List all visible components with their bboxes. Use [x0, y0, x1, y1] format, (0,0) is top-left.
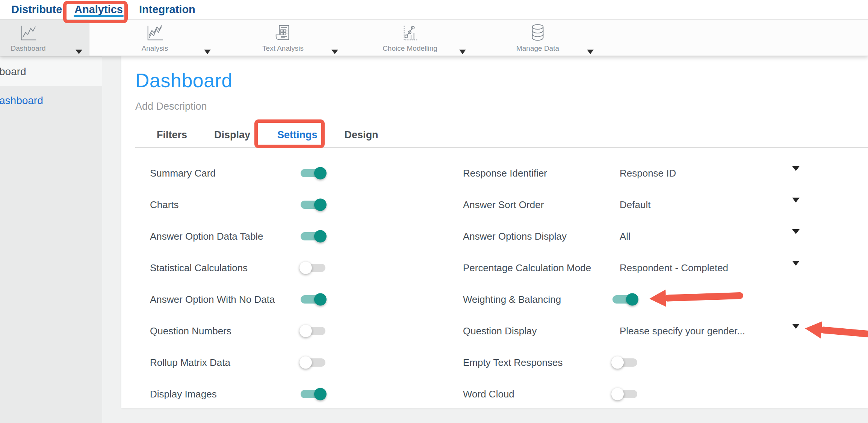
tab-filters[interactable]: Filters: [156, 128, 188, 142]
question-display-caret[interactable]: [792, 329, 800, 335]
manage-data-dropdown-caret[interactable]: [587, 54, 594, 61]
settings-column-right: Response Identifier Response ID Answer S…: [463, 157, 868, 410]
toggle-knob: [314, 167, 327, 180]
response-identifier-caret[interactable]: [792, 171, 800, 178]
answer-sort-order-caret[interactable]: [792, 202, 800, 209]
toolbar-item-dashboard[interactable]: Dashboard: [0, 20, 58, 56]
setting-row-statistical-calculations: Statistical Calculations: [150, 252, 451, 284]
sidebar-item-label: board: [0, 66, 26, 78]
chevron-down-icon: [792, 324, 800, 335]
nav-label: Distribute: [11, 3, 62, 16]
toggle-knob: [299, 262, 312, 274]
chevron-down-icon: [459, 50, 466, 60]
display-images-toggle[interactable]: [301, 390, 325, 398]
answer-sort-order-select[interactable]: Default: [620, 199, 650, 211]
setting-row-question-numbers: Question Numbers: [150, 315, 451, 347]
empty-text-responses-toggle[interactable]: [612, 358, 637, 367]
setting-label: Answer Option Data Table: [150, 231, 301, 242]
toolbar-item-label: Choice Modelling: [383, 44, 437, 53]
sidebar-item-dashboard-link[interactable]: ashboard: [0, 86, 102, 115]
setting-label: Answer Options Display: [463, 231, 612, 242]
setting-label: Word Cloud: [463, 388, 612, 400]
chevron-down-icon: [331, 50, 338, 60]
dashboard-sidebar: board ashboard: [0, 56, 102, 423]
tab-settings[interactable]: Settings: [277, 128, 318, 142]
toolbar-item-analysis[interactable]: Analysis: [125, 20, 185, 56]
toolbar-item-label: Manage Data: [516, 44, 559, 53]
top-navigation: Distribute Analytics Integration: [0, 0, 868, 20]
setting-row-empty-text-responses: Empty Text Responses: [463, 347, 868, 378]
summary-card-toggle[interactable]: [301, 169, 325, 177]
charts-toggle[interactable]: [301, 201, 325, 209]
nav-label: Integration: [139, 3, 195, 16]
toolbar-item-manage-data[interactable]: Manage Data: [508, 20, 568, 56]
database-icon: [528, 23, 548, 43]
chevron-down-icon: [792, 198, 800, 209]
chevron-down-icon: [792, 229, 800, 240]
setting-label: Answer Option With No Data: [150, 294, 301, 305]
analytics-toolbar: Dashboard Analysis Text Analysis: [0, 20, 868, 56]
toggle-knob: [626, 293, 638, 306]
setting-label: Weighting & Balancing: [463, 294, 612, 305]
setting-row-charts: Charts: [150, 189, 451, 221]
analysis-dropdown-caret[interactable]: [204, 54, 211, 61]
setting-row-display-images: Display Images: [150, 378, 451, 410]
word-cloud-toggle[interactable]: [612, 390, 637, 398]
setting-row-summary-card: Summary Card: [150, 157, 451, 189]
choice-modelling-dropdown-caret[interactable]: [459, 54, 466, 61]
toolbar-item-choice-modelling[interactable]: Choice Modelling: [380, 20, 440, 56]
setting-label: Rollup Matrix Data: [150, 357, 301, 369]
setting-label: Summary Card: [150, 168, 301, 179]
setting-row-word-cloud: Word Cloud: [463, 378, 868, 410]
question-numbers-toggle[interactable]: [301, 327, 325, 335]
line-chart-icon: [18, 23, 38, 43]
percentage-calculation-mode-select[interactable]: Respondent - Completed: [620, 262, 728, 274]
nav-item-distribute[interactable]: Distribute: [11, 0, 62, 19]
setting-row-rollup-matrix-data: Rollup Matrix Data: [150, 347, 451, 378]
toggle-knob: [611, 388, 624, 400]
setting-label: Question Numbers: [150, 325, 301, 337]
setting-row-question-display: Question Display Please specify your gen…: [463, 315, 868, 347]
analytics-settings-page: { "nav": { "items": [ { "label": "Distri…: [0, 0, 868, 423]
chevron-down-icon: [204, 50, 211, 60]
statistical-calculations-toggle[interactable]: [301, 264, 325, 272]
dashboard-settings-panel: Dashboard Add Description Filters Displa…: [121, 56, 868, 408]
chevron-down-icon: [792, 261, 800, 272]
toggle-knob: [314, 199, 327, 211]
sidebar-item-dashboard-group[interactable]: board: [0, 57, 102, 86]
setting-row-percentage-calculation-mode: Percentage Calculation Mode Respondent -…: [463, 252, 868, 284]
toggle-knob: [611, 357, 624, 369]
nav-label: Analytics: [74, 3, 123, 16]
toggle-knob: [299, 357, 312, 369]
question-display-select[interactable]: Please specify your gender...: [620, 325, 745, 337]
rollup-matrix-data-toggle[interactable]: [301, 358, 325, 367]
weighting-balancing-toggle[interactable]: [612, 295, 637, 304]
setting-row-answer-sort-order: Answer Sort Order Default: [463, 189, 868, 221]
chevron-down-icon: [76, 50, 82, 60]
answer-options-display-select[interactable]: All: [620, 231, 631, 242]
add-description-field[interactable]: Add Description: [135, 101, 207, 112]
percentage-calculation-mode-caret[interactable]: [792, 266, 800, 272]
text-analysis-dropdown-caret[interactable]: [331, 54, 338, 61]
toolbar-item-text-analysis[interactable]: Text Analysis: [253, 20, 313, 56]
tab-design[interactable]: Design: [344, 128, 379, 142]
dashboard-dropdown-caret[interactable]: [76, 54, 82, 61]
tab-display[interactable]: Display: [213, 128, 251, 142]
answer-option-data-table-toggle[interactable]: [301, 232, 325, 240]
setting-label: Answer Sort Order: [463, 199, 612, 211]
toolbar-item-label: Dashboard: [11, 44, 46, 53]
toggle-knob: [299, 325, 312, 337]
answer-options-display-caret[interactable]: [792, 234, 800, 241]
response-identifier-select[interactable]: Response ID: [620, 168, 676, 179]
setting-row-answer-options-display: Answer Options Display All: [463, 221, 868, 252]
setting-label: Statistical Calculations: [150, 262, 301, 274]
toolbar-item-label: Text Analysis: [262, 44, 304, 53]
dashboard-tabs: Filters Display Settings Design: [156, 128, 379, 142]
answer-option-with-no-data-toggle[interactable]: [301, 295, 325, 304]
nav-item-analytics[interactable]: Analytics: [74, 0, 123, 19]
scatter-bars-icon: [400, 23, 420, 43]
setting-row-response-identifier: Response Identifier Response ID: [463, 157, 868, 189]
nav-item-integration[interactable]: Integration: [139, 0, 195, 19]
setting-row-answer-option-data-table: Answer Option Data Table: [150, 221, 451, 252]
chevron-down-icon: [587, 50, 594, 60]
